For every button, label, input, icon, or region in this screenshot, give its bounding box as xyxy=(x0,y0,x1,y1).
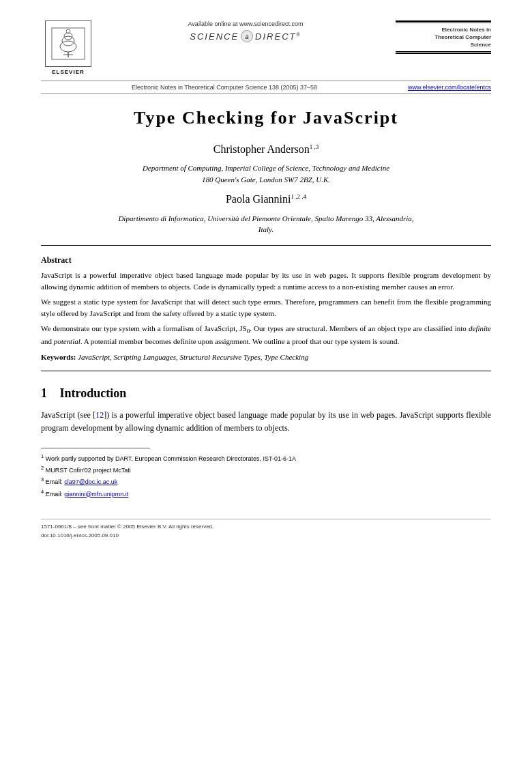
header-center: Available online at www.sciencedirect.co… xyxy=(95,20,396,42)
author-2-affiliation: Dipartimento di Informatica, Università … xyxy=(41,213,491,235)
author-1-email-link[interactable]: cla97@doc.ic.ac.uk xyxy=(64,478,117,485)
journal-volume-info: Electronic Notes in Theoretical Computer… xyxy=(41,84,408,91)
journal-name-label: Electronic Notes inTheoretical ComputerS… xyxy=(396,26,491,49)
section-1-title: Introduction xyxy=(60,386,127,400)
keywords-values: JavaScript, Scripting Languages, Structu… xyxy=(78,353,308,361)
author-1-block: Christopher Anderson1 ,3 xyxy=(41,143,491,156)
author-2-superscript: 1 ,2 ,4 xyxy=(291,193,307,200)
author-1-affiliation: Department of Computing, Imperial Colleg… xyxy=(41,162,491,185)
keywords-line: Keywords: JavaScript, Scripting Language… xyxy=(41,353,491,361)
author-2-name: Paola Giannini1 ,2 ,4 xyxy=(41,193,491,205)
footnote-3: 3 Email: cla97@doc.ic.ac.uk xyxy=(41,476,491,487)
copyright-bar: 1571-0661/$ – see front matter © 2005 El… xyxy=(41,519,491,541)
footnotes-section: 1 Work partly supported by DART, Europea… xyxy=(41,453,491,500)
paper-title: Type Checking for JavaScript xyxy=(41,108,491,128)
abstract-para-3: We demonstrate our type system with a fo… xyxy=(41,323,491,347)
elsevier-tree-icon xyxy=(48,25,88,63)
sciencedirect-text: SCIENCE xyxy=(190,31,239,42)
section-1-heading: 1 Introduction xyxy=(41,386,491,401)
author-2-email-link[interactable]: giannini@mfn.unipmn.it xyxy=(64,491,128,498)
copyright-text: 1571-0661/$ – see front matter © 2005 El… xyxy=(41,523,491,532)
elsevier-logo: ELSEVIER xyxy=(41,20,95,75)
abstract-para-2: We suggest a static type system for Java… xyxy=(41,296,491,319)
elsevier-brand-label: ELSEVIER xyxy=(52,69,85,75)
author-1-name: Christopher Anderson1 ,3 xyxy=(41,143,491,156)
abstract-body: JavaScript is a powerful imperative obje… xyxy=(41,270,491,348)
abstract-title: Abstract xyxy=(41,255,491,266)
subheader: Electronic Notes in Theoretical Computer… xyxy=(41,81,491,91)
author-2-block: Paola Giannini1 ,2 ,4 xyxy=(41,193,491,205)
author-1-superscript: 1 ,3 xyxy=(310,143,319,150)
abstract-para-1: JavaScript is a powerful imperative obje… xyxy=(41,270,491,293)
journal-url-link[interactable]: www.elsevier.com/locate/entcs xyxy=(408,84,491,91)
header-right: Electronic Notes inTheoretical ComputerS… xyxy=(396,20,491,54)
direct-text: DIRECT® xyxy=(255,31,301,42)
footnote-4: 4 Email: giannini@mfn.unipmn.it xyxy=(41,488,491,500)
doi-text: doi:10.1016/j.entcs.2005.09.010 xyxy=(41,532,491,541)
keywords-label: Keywords: xyxy=(41,353,76,361)
footnote-1: 1 Work partly supported by DART, Europea… xyxy=(41,453,491,464)
available-online-text: Available online at www.sciencedirect.co… xyxy=(102,20,389,27)
sciencedirect-circle-icon: a xyxy=(241,30,253,42)
abstract-section: Abstract JavaScript is a powerful impera… xyxy=(41,255,491,362)
section-1-body: JavaScript (see [12]) is a powerful impe… xyxy=(41,409,491,435)
footnote-2: 2 MURST Cofin'02 project McTati xyxy=(41,464,491,476)
ref-12-link[interactable]: 12 xyxy=(95,410,104,420)
section-1-number: 1 xyxy=(41,386,47,400)
